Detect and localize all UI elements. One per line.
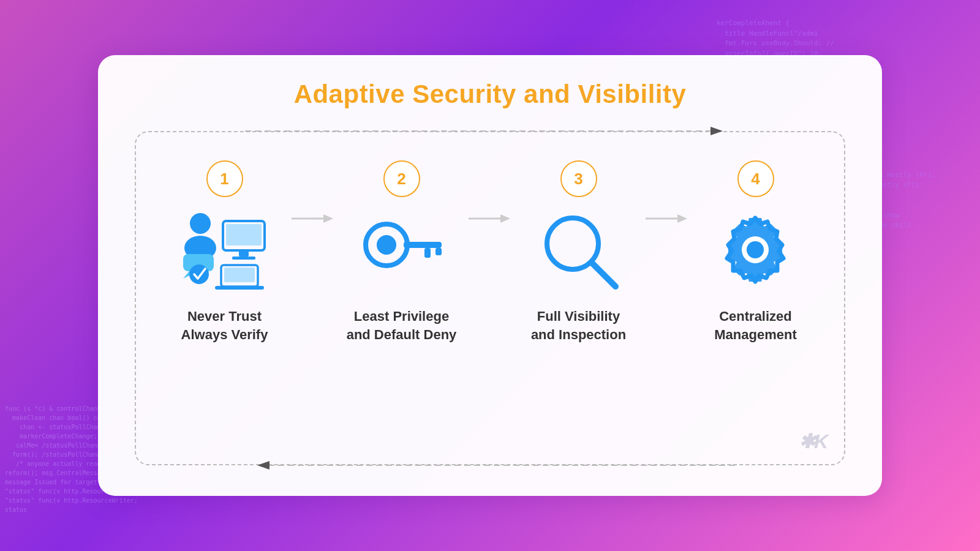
svg-marker-24 [500, 214, 510, 223]
step-2-icon [353, 208, 451, 294]
svg-rect-14 [215, 286, 264, 290]
user-device-icon [177, 210, 272, 293]
step-4-number: 4 [737, 160, 774, 197]
watermark: ✱K [799, 430, 827, 453]
svg-marker-28 [677, 214, 687, 223]
svg-marker-1 [710, 127, 723, 135]
svg-rect-11 [232, 257, 255, 260]
svg-rect-21 [424, 248, 431, 258]
svg-rect-22 [435, 248, 442, 255]
step-3: 3 Full Visibilityand Inspection [514, 160, 643, 343]
svg-rect-13 [224, 268, 255, 282]
top-arrow [136, 122, 844, 140]
svg-point-30 [747, 241, 764, 258]
arrow-2-3 [466, 160, 514, 228]
step-2-number: 2 [383, 160, 420, 197]
key-icon [357, 213, 446, 290]
main-card: Adaptive Security and Visibility 1 [98, 55, 882, 496]
step-4-label: CentralizedManagement [714, 307, 796, 343]
content-box: 1 [135, 131, 845, 465]
bottom-arrow-svg [245, 457, 735, 474]
step-1-number: 1 [206, 160, 243, 197]
step-3-number: 3 [560, 160, 597, 197]
gear-icon [711, 210, 800, 293]
arrow-3-4 [643, 160, 692, 228]
svg-marker-17 [323, 214, 333, 223]
step-3-label: Full Visibilityand Inspection [531, 307, 626, 343]
step-2: 2 Least Privilege [337, 160, 466, 343]
bottom-arrow [136, 457, 844, 474]
svg-line-26 [592, 263, 616, 287]
top-arrow-svg [245, 122, 735, 140]
step-1-label: Never TrustAlways Verify [181, 307, 268, 343]
page-title: Adaptive Security and Visibility [294, 80, 687, 109]
svg-point-15 [189, 264, 209, 284]
step-1: 1 [160, 160, 288, 343]
svg-rect-9 [226, 224, 262, 246]
arrow-1-2 [288, 160, 337, 228]
step-1-icon [176, 208, 274, 294]
svg-point-4 [190, 213, 211, 234]
svg-marker-3 [257, 461, 270, 470]
svg-point-19 [377, 235, 396, 255]
step-4: 4 [692, 160, 820, 343]
svg-rect-20 [404, 242, 442, 248]
svg-rect-10 [239, 250, 249, 257]
step-3-icon [530, 208, 628, 294]
step-4-icon [707, 208, 805, 294]
step-2-label: Least Privilegeand Default Deny [347, 307, 457, 343]
magnify-icon [536, 210, 622, 293]
steps-row: 1 [160, 160, 820, 343]
